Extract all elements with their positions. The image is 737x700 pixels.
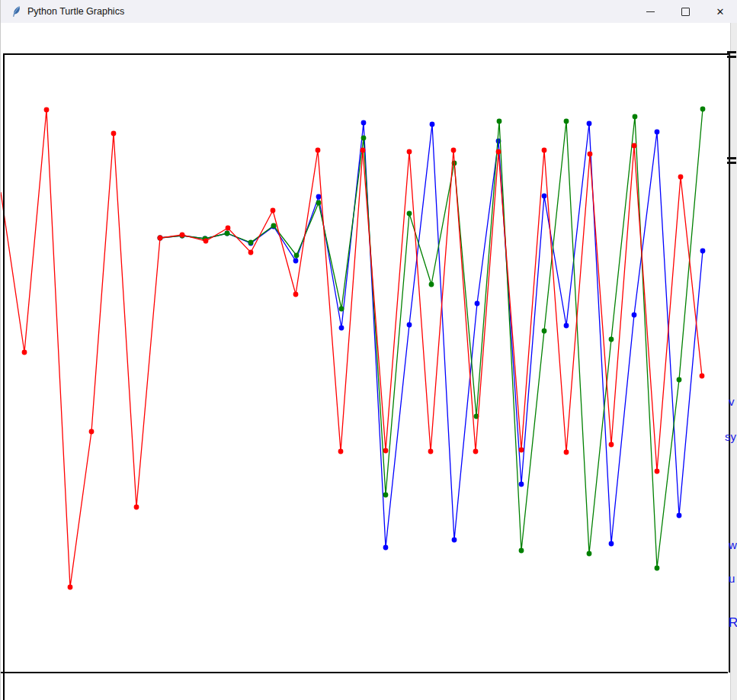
edge-clipped-text: v <box>729 396 735 407</box>
blue-trajectory-dot <box>339 326 344 331</box>
x-axis-line <box>1 672 728 673</box>
green-trajectory-dot <box>316 201 322 206</box>
red-trajectory-dot <box>632 143 637 149</box>
green-trajectory-dot <box>361 136 367 141</box>
equals-bar <box>727 162 736 164</box>
green-trajectory-dot <box>609 337 614 342</box>
green-trajectory-dot <box>497 119 502 124</box>
red-trajectory-dot <box>383 448 389 454</box>
edge-clipped-text: u <box>729 573 735 584</box>
red-trajectory-dot <box>542 148 547 153</box>
red-trajectory-dot <box>248 250 254 255</box>
green-trajectory-dot <box>248 240 254 246</box>
blue-trajectory-dot <box>587 121 592 127</box>
red-trajectory-dot <box>564 450 569 455</box>
green-trajectory-dot <box>700 107 706 112</box>
red-trajectory-dot <box>111 131 117 136</box>
green-trajectory-dot <box>519 548 524 554</box>
minimize-icon <box>646 11 655 12</box>
red-trajectory-dot <box>451 148 457 153</box>
green-trajectory-dot <box>587 551 592 557</box>
window-title: Python Turtle Graphics <box>27 6 124 17</box>
blue-trajectory-dot <box>383 545 389 551</box>
red-trajectory-dot <box>158 236 163 241</box>
title-bar: Python Turtle Graphics ✕ <box>1 0 737 23</box>
edge-equals-mark <box>727 51 736 60</box>
green-trajectory-dot <box>225 231 230 236</box>
blue-trajectory-dot <box>632 313 637 318</box>
red-trajectory-dot <box>407 149 412 155</box>
red-trajectory-dot <box>293 292 299 297</box>
green-trajectory-dot <box>271 223 277 229</box>
green-trajectory-dot <box>677 377 682 383</box>
red-trajectory-dot <box>134 505 139 510</box>
window-right-edge-strip <box>730 23 737 700</box>
edge-clipped-text: sy <box>725 431 736 442</box>
red-trajectory-line <box>1 110 702 587</box>
equals-bar <box>727 157 736 159</box>
green-trajectory-dot <box>339 307 344 312</box>
maximize-button[interactable] <box>668 0 703 23</box>
green-trajectory-dot <box>633 114 638 120</box>
maximize-icon <box>681 8 690 16</box>
red-trajectory-dot <box>226 226 231 231</box>
frame-top-line <box>3 53 729 55</box>
red-trajectory-dot <box>271 208 276 214</box>
red-trajectory-dot <box>588 152 593 157</box>
blue-trajectory-dot <box>293 258 299 264</box>
blue-trajectory-dot <box>316 194 322 200</box>
turtle-canvas <box>1 0 737 700</box>
red-trajectory-dot <box>428 449 434 454</box>
red-trajectory-dot <box>473 449 479 454</box>
blue-trajectory-dot <box>407 323 412 328</box>
blue-trajectory-dot <box>519 482 524 487</box>
green-trajectory-dot <box>407 211 412 217</box>
blue-trajectory-dot <box>542 194 547 199</box>
red-trajectory-dot <box>360 148 366 153</box>
red-trajectory-dot <box>609 442 614 448</box>
turtle-graphics-window: { "window": { "title": "Python Turtle Gr… <box>0 0 737 700</box>
green-trajectory-dot <box>655 566 660 571</box>
green-trajectory-dot <box>429 282 434 287</box>
red-trajectory-dot <box>678 175 684 180</box>
blue-trajectory-dot <box>700 249 706 254</box>
red-trajectory-dot <box>44 108 50 113</box>
minimize-button[interactable] <box>633 0 668 23</box>
frame-left-line <box>3 53 5 700</box>
window-controls: ✕ <box>633 0 737 23</box>
edge-clipped-text: R <box>729 616 737 629</box>
red-trajectory-dot <box>700 374 705 379</box>
blue-trajectory-dot <box>609 541 614 547</box>
red-trajectory-dot <box>22 350 27 355</box>
close-button[interactable]: ✕ <box>703 0 737 23</box>
blue-trajectory-dot <box>475 301 480 307</box>
tk-feather-icon <box>10 5 22 18</box>
blue-trajectory-dot <box>430 122 435 127</box>
green-trajectory-dot <box>383 493 389 498</box>
red-trajectory-dot <box>89 429 95 435</box>
blue-trajectory-dot <box>361 120 367 126</box>
green-trajectory-dot <box>564 119 569 124</box>
red-trajectory-dot <box>68 585 73 590</box>
equals-bar <box>727 51 736 53</box>
blue-trajectory-dot <box>677 513 682 519</box>
edge-equals-mark <box>727 157 736 166</box>
green-trajectory-line <box>160 109 703 568</box>
blue-trajectory-dot <box>452 538 457 543</box>
red-trajectory-dot <box>496 149 501 155</box>
edge-clipped-text: w <box>729 539 737 551</box>
blue-trajectory-dot <box>564 323 569 329</box>
red-trajectory-dot <box>203 239 209 244</box>
red-trajectory-dot <box>316 148 321 153</box>
red-trajectory-dot <box>655 469 660 474</box>
green-trajectory-dot <box>542 329 547 334</box>
equals-bar <box>727 56 736 58</box>
green-trajectory-dot <box>294 253 300 258</box>
red-trajectory-dot <box>338 449 344 454</box>
close-icon: ✕ <box>716 7 725 17</box>
red-trajectory-dot <box>519 448 524 453</box>
red-trajectory-dot <box>180 233 185 238</box>
blue-trajectory-line <box>160 123 703 547</box>
blue-trajectory-dot <box>655 130 660 135</box>
